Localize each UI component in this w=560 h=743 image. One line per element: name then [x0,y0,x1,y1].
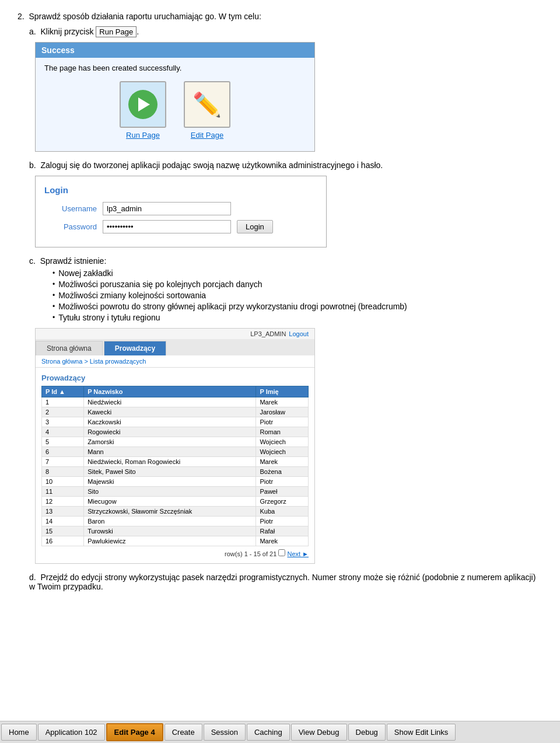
page-content: 2. Sprawdź sposób działania raportu uruc… [0,0,560,644]
run-page-highlight: Run Page [96,26,136,37]
toolbar-btn-debug[interactable]: Debug [348,724,386,741]
username-label: Username [44,204,97,213]
table-cell: Piotr [256,417,309,427]
table-cell: 11 [42,487,84,497]
password-input[interactable] [103,220,231,233]
table-cell: 14 [42,517,84,526]
bullet-item: Możliwości zmiany kolejności sortowania [52,291,542,300]
table-cell: Kuba [256,507,309,517]
table-cell: Marek [256,536,309,546]
table-cell: 15 [42,526,84,536]
pencil-icon: ✏️ [192,91,222,118]
table-cell: Strzyczkowski, Sławomir Szczęśniak [84,507,256,517]
run-page-label[interactable]: Run Page [126,131,160,139]
table-row: 4RogowieckiRoman [42,427,309,437]
toolbar-btn-app102[interactable]: Application 102 [38,724,105,741]
app-screenshot: LP3_ADMIN Logout Strona główna Prowadząc… [35,328,315,564]
run-page-icon [120,81,166,128]
table-cell: Miecugow [84,497,256,507]
nav-tab-prowadzacy[interactable]: Prowadzący [104,341,166,355]
password-label: Password [44,222,97,231]
success-buttons: Run Page ✏️ Edit Page [44,78,306,145]
step-b-text: b. Zaloguj się do tworzonej aplikacji po… [29,161,383,170]
topbar-logout[interactable]: Logout [289,330,309,337]
toolbar-btn-viewdebug[interactable]: View Debug [291,724,347,741]
toolbar-btn-create[interactable]: Create [164,724,202,741]
step-d: d. Przejdź do edycji strony wykorzystują… [29,573,542,591]
table-cell: Grzegorz [256,497,309,507]
table-cell: 6 [42,447,84,457]
data-table: P Id ▲P NazwiskoP Imię 1NiedźwieckiMarek… [41,386,309,546]
table-cell: Rafał [256,526,309,536]
table-cell: Niedźwiecki [84,397,256,407]
table-cell: Wojciech [256,447,309,457]
table-header-cell[interactable]: P Nazwisko [84,386,256,397]
table-cell: Rogowiecki [84,427,256,437]
table-row: 3KaczkowskiPiotr [42,417,309,427]
table-row: 7Niedźwiecki, Roman RogowieckiMarek [42,457,309,467]
edit-page-label[interactable]: Edit Page [191,131,223,139]
table-cell: Paweł [256,487,309,497]
step-a: a. Kliknij przycisk Run Page. [29,27,542,36]
table-cell: Sito [84,487,256,497]
table-head: P Id ▲P NazwiskoP Imię [42,386,309,397]
success-box: Success The page has been created succes… [35,42,315,152]
toolbar-btn-editpage4[interactable]: Edit Page 4 [106,723,163,741]
login-button[interactable]: Login [237,220,273,233]
password-row: Password Login [44,220,317,233]
play-circle [128,90,158,119]
table-cell: 16 [42,536,84,546]
pagination-next[interactable]: Next ► [287,550,309,557]
toolbar-btn-session[interactable]: Session [204,724,246,741]
step-d-text: d. Przejdź do edycji strony wykorzystują… [29,573,536,591]
step-c: c. Sprawdź istnienie: Nowej zakładkiMożl… [29,256,542,322]
table-row: 8Sitek, Paweł SitoBożena [42,467,309,477]
pagination: row(s) 1 - 15 of 21 Next ► [41,549,309,557]
edit-page-box: ✏️ Edit Page [184,81,230,139]
table-row: 16PawlukiewiczMarek [42,536,309,546]
app-nav: Strona główna Prowadzący [36,339,314,355]
table-cell: Turowski [84,526,256,536]
login-box: Login Username Password Login [35,176,327,247]
app-body: Prowadzący P Id ▲P NazwiskoP Imię 1Niedź… [36,368,314,563]
step-a-text: a. Kliknij przycisk [29,27,93,36]
username-row: Username [44,202,317,215]
toolbar-btn-home[interactable]: Home [1,724,37,741]
table-header-cell[interactable]: P Id ▲ [42,386,84,397]
table-cell: Baron [84,517,256,526]
pagination-checkbox[interactable] [278,549,285,556]
table-cell: Marek [256,397,309,407]
table-row: 1NiedźwieckiMarek [42,397,309,407]
edit-page-icon: ✏️ [184,81,230,128]
run-page-box: Run Page [120,81,166,139]
table-cell: Kawecki [84,407,256,417]
table-cell: Pawlukiewicz [84,536,256,546]
app-topbar: LP3_ADMIN Logout [36,329,314,339]
table-cell: Roman [256,427,309,437]
table-cell: 1 [42,397,84,407]
login-title: Login [44,185,317,195]
bullet-item: Tytułu strony i tytułu regionu [52,313,542,322]
table-header-cell[interactable]: P Imię [256,386,309,397]
app-breadcrumb: Strona główna > Lista prowadzących [36,355,314,368]
table-row: 6MannWojciech [42,447,309,457]
bottom-toolbar: HomeApplication 102Edit Page 4CreateSess… [0,721,560,743]
table-cell: 8 [42,467,84,477]
toolbar-btn-caching[interactable]: Caching [247,724,290,741]
table-cell: Piotr [256,477,309,487]
table-cell: 2 [42,407,84,417]
table-cell: Marek [256,457,309,467]
bullet-item: Nowej zakładki [52,268,542,278]
step-b: b. Zaloguj się do tworzonej aplikacji po… [29,161,542,170]
table-cell: Piotr [256,517,309,526]
username-input[interactable] [103,202,231,215]
table-cell: Zamorski [84,437,256,447]
table-cell: Majewski [84,477,256,487]
table-row: 11SitoPaweł [42,487,309,497]
nav-tab-strona[interactable]: Strona główna [36,341,103,355]
success-header: Success [36,43,314,58]
success-message: The page has been created successfully. [44,64,306,72]
table-cell: 12 [42,497,84,507]
toolbar-btn-showeditlinks[interactable]: Show Edit Links [387,724,456,741]
table-row: 2KaweckiJarosław [42,407,309,417]
